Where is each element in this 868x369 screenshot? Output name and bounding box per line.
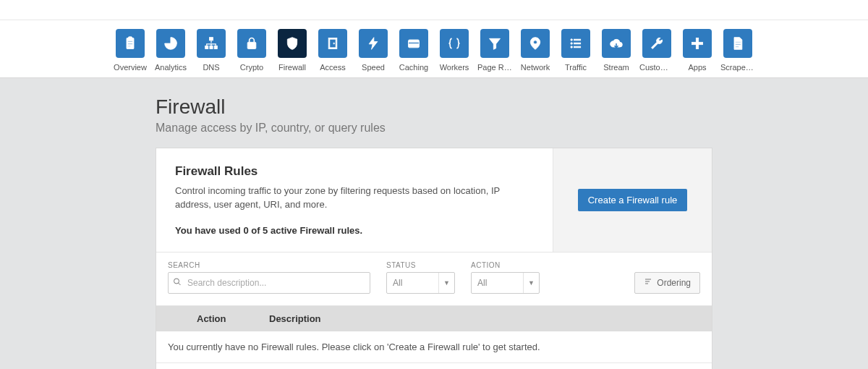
nav-item-speed[interactable]: Speed xyxy=(356,29,391,72)
search-label: SEARCH xyxy=(168,261,370,269)
svg-rect-17 xyxy=(574,39,581,41)
svg-rect-25 xyxy=(736,44,741,45)
col-description: Description xyxy=(269,313,700,324)
nav-item-caching[interactable]: Caching xyxy=(396,29,431,72)
table-header: Action Description xyxy=(156,306,712,331)
nav-item-pagerules[interactable]: Page Rules xyxy=(477,29,512,72)
nav-label: Page Rules xyxy=(477,63,512,72)
svg-rect-8 xyxy=(214,46,217,48)
nav-item-customp[interactable]: Custom P... xyxy=(639,29,674,72)
nav-label: Analytics xyxy=(155,63,187,72)
nav-item-workers[interactable]: Workers xyxy=(437,29,472,72)
svg-point-20 xyxy=(571,46,573,48)
svg-rect-6 xyxy=(205,46,208,48)
status-value: All xyxy=(393,278,402,288)
page-title: Firewall xyxy=(156,96,712,119)
page-subtitle: Manage access by IP, country, or query r… xyxy=(156,122,712,135)
chevron-down-icon: ▼ xyxy=(523,273,539,293)
shield-icon xyxy=(278,29,307,58)
card-icon xyxy=(399,29,428,58)
svg-rect-9 xyxy=(247,42,256,48)
search-group: SEARCH xyxy=(168,261,370,294)
action-select[interactable]: All ▼ xyxy=(471,272,540,294)
svg-point-12 xyxy=(333,43,335,44)
status-label: STATUS xyxy=(386,261,455,269)
nav-label: Scrape Shi... xyxy=(720,63,755,72)
firewall-rules-card: Firewall Rules Control incoming traffic … xyxy=(156,148,712,369)
action-label: ACTION xyxy=(471,261,540,269)
nav-item-dns[interactable]: DNS xyxy=(194,29,229,72)
nav-label: Custom P... xyxy=(639,63,674,72)
search-input[interactable] xyxy=(168,272,370,294)
svg-point-16 xyxy=(571,39,573,41)
nav-label: Overview xyxy=(114,63,147,72)
nav-label: Speed xyxy=(362,63,385,72)
nav-item-traffic[interactable]: Traffic xyxy=(558,29,593,72)
nav-item-apps[interactable]: Apps xyxy=(680,29,715,72)
chevron-down-icon: ▼ xyxy=(438,273,454,293)
lock-icon xyxy=(237,29,266,58)
nav-item-crypto[interactable]: Crypto xyxy=(234,29,269,72)
nav-item-stream[interactable]: Stream xyxy=(599,29,634,72)
svg-rect-7 xyxy=(210,46,213,48)
create-firewall-rule-button[interactable]: Create a Firewall rule xyxy=(578,189,688,211)
nav-label: Access xyxy=(320,63,345,72)
clipboard-icon xyxy=(116,29,145,58)
svg-rect-24 xyxy=(736,42,741,43)
card-header-row: Firewall Rules Control incoming traffic … xyxy=(156,148,712,253)
svg-rect-2 xyxy=(128,41,133,42)
search-wrap xyxy=(168,272,370,294)
sitemap-icon xyxy=(197,29,226,58)
action-value: All xyxy=(477,278,487,288)
nav-label: Firewall xyxy=(278,63,306,72)
card-usage-text: You have used 0 of 5 active Firewall rul… xyxy=(175,225,534,236)
nav-label: Traffic xyxy=(565,63,587,72)
top-bar xyxy=(0,0,868,20)
ordering-button[interactable]: Ordering xyxy=(634,272,700,294)
bolt-icon xyxy=(359,29,388,58)
svg-rect-23 xyxy=(692,42,703,44)
ordering-label: Ordering xyxy=(657,278,691,288)
wrench-icon xyxy=(642,29,671,58)
page-content: Firewall Manage access by IP, country, o… xyxy=(156,78,712,369)
filter-row: SEARCH STATUS All ▼ ACTION All xyxy=(156,253,712,306)
svg-rect-4 xyxy=(128,46,131,46)
pin-icon xyxy=(521,29,550,58)
plus-icon xyxy=(683,29,712,58)
nav-label: Stream xyxy=(603,63,629,72)
card-description: Control incoming traffic to your zone by… xyxy=(175,184,534,212)
nav-label: Caching xyxy=(399,63,428,72)
card-header-left: Firewall Rules Control incoming traffic … xyxy=(156,148,553,252)
primary-nav: OverviewAnalyticsDNSCryptoFirewallAccess… xyxy=(0,20,868,78)
list-icon xyxy=(561,29,590,58)
action-filter-group: ACTION All ▼ xyxy=(471,261,540,294)
nav-item-scrape[interactable]: Scrape Shi... xyxy=(720,29,755,72)
nav-item-overview[interactable]: Overview xyxy=(113,29,148,72)
nav-label: Workers xyxy=(440,63,469,72)
doc-icon xyxy=(723,29,752,58)
svg-rect-19 xyxy=(574,43,581,44)
svg-point-15 xyxy=(534,41,537,44)
table-empty-message: You currently have no Firewall rules. Pl… xyxy=(156,331,712,363)
card-title: Firewall Rules xyxy=(175,164,534,179)
door-icon xyxy=(318,29,347,58)
funnel-icon xyxy=(480,29,509,58)
svg-rect-21 xyxy=(574,46,581,48)
nav-label: Apps xyxy=(688,63,706,72)
nav-item-access[interactable]: Access xyxy=(315,29,350,72)
nav-label: Crypto xyxy=(240,63,263,72)
status-select[interactable]: All ▼ xyxy=(386,272,455,294)
svg-point-18 xyxy=(571,43,573,45)
status-group: STATUS All ▼ xyxy=(386,261,455,294)
svg-rect-26 xyxy=(736,46,739,47)
nav-label: DNS xyxy=(203,63,219,72)
nav-item-network[interactable]: Network xyxy=(518,29,553,72)
nav-item-firewall[interactable]: Firewall xyxy=(275,29,310,72)
svg-point-27 xyxy=(174,279,179,284)
svg-rect-5 xyxy=(210,38,213,41)
nav-item-analytics[interactable]: Analytics xyxy=(153,29,188,72)
nav-label: Network xyxy=(521,63,550,72)
pie-icon xyxy=(156,29,185,58)
svg-rect-14 xyxy=(409,42,420,43)
svg-rect-1 xyxy=(129,37,132,39)
